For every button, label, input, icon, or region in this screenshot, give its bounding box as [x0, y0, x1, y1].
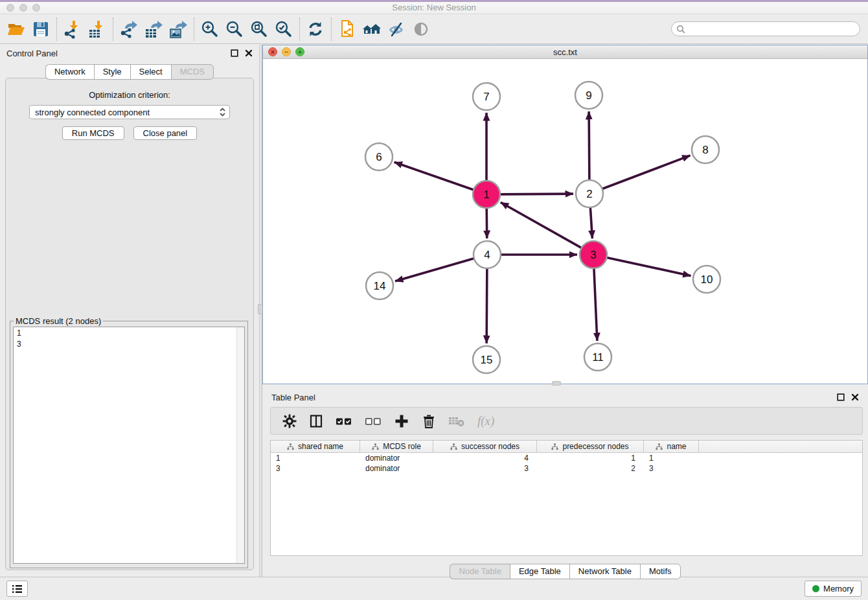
minimize-window-button[interactable]: [19, 4, 27, 12]
table-settings-gear-icon[interactable]: [282, 414, 297, 428]
import-table-button[interactable]: [85, 17, 109, 41]
float-panel-icon[interactable]: [231, 49, 238, 57]
network-from-selection-button[interactable]: [335, 17, 360, 41]
mcds-scrollbar[interactable]: [236, 327, 244, 563]
add-column-icon[interactable]: [394, 413, 409, 429]
zoom-fit-icon: [249, 19, 269, 39]
zoom-fit-button[interactable]: [247, 17, 271, 41]
close-window-button[interactable]: [6, 4, 14, 12]
export-image-button[interactable]: [166, 17, 190, 41]
float-panel-icon[interactable]: [837, 393, 845, 401]
table-row[interactable]: 3dominator323: [271, 463, 862, 474]
graph-node-label: 15: [481, 354, 493, 366]
zoom-window-button[interactable]: [32, 4, 40, 12]
refresh-button[interactable]: [303, 17, 328, 41]
graph-edge-1-6[interactable]: [394, 162, 474, 190]
table-cell[interactable]: 3: [271, 464, 360, 473]
column-header[interactable]: successor nodes: [433, 441, 537, 452]
column-header[interactable]: name: [644, 441, 699, 452]
run-mcds-button[interactable]: Run MCDS: [62, 126, 124, 140]
tab-select[interactable]: Select: [130, 64, 171, 80]
graph-node-15[interactable]: 15: [473, 346, 500, 373]
graph-node-6[interactable]: 6: [365, 143, 393, 170]
tab-mcds[interactable]: MCDS: [171, 64, 214, 80]
close-panel-button[interactable]: Close panel: [133, 126, 198, 140]
graph-edge-4-15[interactable]: [486, 268, 487, 343]
task-history-button[interactable]: [6, 581, 28, 597]
network-window-titlebar: scc.txt × − +: [263, 45, 867, 59]
zoom-selected-button[interactable]: [271, 17, 296, 41]
tab-edge-table[interactable]: Edge Table: [510, 564, 569, 579]
status-bar: Memory: [0, 577, 868, 600]
column-header[interactable]: predecessor nodes: [537, 441, 644, 452]
network-graph-canvas[interactable]: 7968124314101511: [263, 59, 867, 384]
toolbar-separator: [56, 17, 57, 41]
column-header[interactable]: shared name: [271, 441, 360, 452]
search-field[interactable]: [671, 21, 860, 36]
graph-node-10[interactable]: 10: [693, 266, 720, 293]
table-cell[interactable]: dominator: [360, 454, 433, 463]
table-cell[interactable]: 3: [433, 464, 537, 473]
save-session-button[interactable]: [29, 17, 53, 41]
home-network-button[interactable]: [360, 17, 384, 41]
zoom-in-button[interactable]: [198, 17, 222, 41]
close-panel-icon[interactable]: [851, 393, 859, 401]
graph-node-11[interactable]: 11: [584, 343, 611, 371]
table-cell[interactable]: 2: [537, 464, 644, 473]
tab-node-table[interactable]: Node Table: [450, 564, 510, 579]
select-all-columns-icon[interactable]: [336, 414, 352, 428]
tab-style[interactable]: Style: [94, 64, 130, 80]
table-cell[interactable]: 1: [271, 454, 360, 463]
zoom-selected-icon: [274, 19, 293, 39]
graph-node-14[interactable]: 14: [366, 272, 393, 299]
graph-node-9[interactable]: 9: [575, 82, 602, 109]
graph-edge-2-9[interactable]: [589, 111, 589, 180]
table-row[interactable]: 1dominator411: [271, 453, 862, 463]
delete-column-trash-icon[interactable]: [422, 413, 436, 429]
table-cell[interactable]: 3: [644, 464, 699, 473]
graph-edge-2-8[interactable]: [602, 156, 691, 189]
node-table: shared nameMCDS rolesuccessor nodesprede…: [270, 440, 863, 556]
graph-edge-1-2[interactable]: [500, 194, 573, 194]
graph-edge-3-11[interactable]: [594, 268, 597, 341]
graph-edge-3-10[interactable]: [607, 257, 691, 275]
open-session-button[interactable]: [4, 17, 29, 41]
search-input[interactable]: [686, 23, 860, 35]
close-panel-icon[interactable]: [245, 49, 253, 57]
toolbar-separator: [194, 17, 194, 41]
memory-button[interactable]: Memory: [805, 581, 862, 597]
hide-details-button[interactable]: [384, 17, 409, 41]
export-network-button[interactable]: [117, 17, 141, 41]
table-cell[interactable]: 4: [433, 454, 537, 463]
table-cell[interactable]: dominator: [360, 464, 433, 473]
graph-node-2[interactable]: 2: [576, 180, 603, 207]
import-network-button[interactable]: [60, 17, 85, 41]
delete-table-icon[interactable]: [448, 415, 465, 428]
column-tree-icon: [656, 443, 663, 450]
graph-node-7[interactable]: 7: [473, 83, 500, 110]
column-tree-icon: [450, 443, 457, 450]
show-columns-icon[interactable]: [309, 414, 323, 428]
table-panel-title: Table Panel: [271, 393, 837, 402]
graph-node-3[interactable]: 3: [580, 241, 607, 268]
graph-node-8[interactable]: 8: [692, 136, 719, 163]
show-details-button[interactable]: [409, 17, 433, 41]
graph-edge-4-14[interactable]: [395, 259, 474, 281]
graph-node-1[interactable]: 1: [473, 181, 500, 208]
deselect-all-columns-icon[interactable]: [365, 414, 382, 428]
graph-node-4[interactable]: 4: [474, 241, 501, 268]
table-cell[interactable]: 1: [644, 454, 699, 463]
tab-motifs[interactable]: Motifs: [640, 564, 681, 579]
graph-edge-1-4[interactable]: [486, 208, 487, 238]
graph-edge-3-1[interactable]: [501, 202, 582, 248]
optimization-criterion-select[interactable]: strongly connected component: [29, 105, 230, 119]
table-cell[interactable]: 1: [537, 454, 644, 463]
mcds-result-text[interactable]: 1 3: [13, 327, 245, 564]
graph-edge-2-3[interactable]: [590, 207, 592, 238]
export-table-button[interactable]: [141, 17, 166, 41]
column-header[interactable]: MCDS role: [360, 441, 433, 452]
tab-network-table[interactable]: Network Table: [569, 564, 640, 579]
horizontal-splitter-handle[interactable]: [552, 381, 561, 386]
zoom-out-button[interactable]: [222, 17, 247, 41]
tab-network[interactable]: Network: [45, 64, 94, 80]
